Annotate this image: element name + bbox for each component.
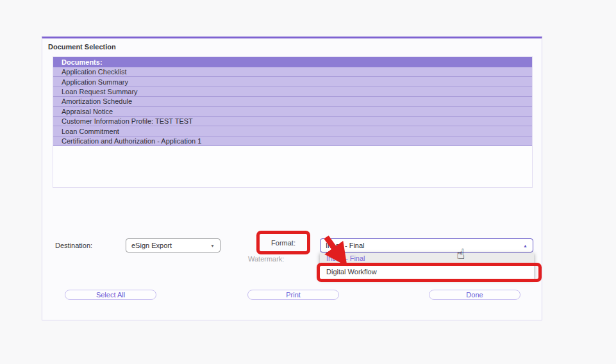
destination-label: Destination: — [55, 242, 92, 249]
screen: { "dialog": { "title": "Document Selecti… — [0, 0, 616, 364]
document-selection-dialog: Document Selection Documents: Applicatio… — [42, 37, 542, 320]
document-row[interactable]: Amortization Schedule — [53, 97, 532, 106]
print-button[interactable]: Print — [247, 290, 339, 300]
document-row[interactable]: Loan Request Summary — [53, 87, 532, 97]
dialog-title: Document Selection — [48, 43, 116, 51]
documents-list-header: Documents: — [53, 57, 532, 67]
document-row[interactable]: Appraisal Notice — [53, 107, 532, 117]
digital-workflow-annotation-box — [317, 263, 542, 282]
watermark-label: Watermark: — [248, 255, 284, 263]
document-row[interactable]: Certification and Authorization - Applic… — [53, 136, 532, 146]
hand-cursor-icon: ☝ — [456, 246, 465, 262]
document-row[interactable]: Application Checklist — [53, 67, 532, 77]
document-row[interactable]: Loan Commitment — [53, 126, 532, 136]
format-label-annotation-box: Format: — [256, 231, 310, 254]
destination-select[interactable]: eSign Export ▼ — [126, 238, 221, 252]
document-row[interactable]: Customer Information Profile: TEST TEST — [53, 117, 532, 126]
documents-listbox: Documents: Application Checklist Applica… — [53, 56, 533, 188]
document-row[interactable]: Application Summary — [53, 77, 532, 87]
caret-down-icon: ▼ — [210, 244, 215, 248]
select-all-button[interactable]: Select All — [65, 290, 156, 300]
caret-up-icon: ▲ — [523, 244, 528, 248]
format-label: Format: — [271, 239, 296, 247]
destination-select-value: eSign Export — [131, 242, 172, 249]
done-button[interactable]: Done — [429, 290, 520, 300]
